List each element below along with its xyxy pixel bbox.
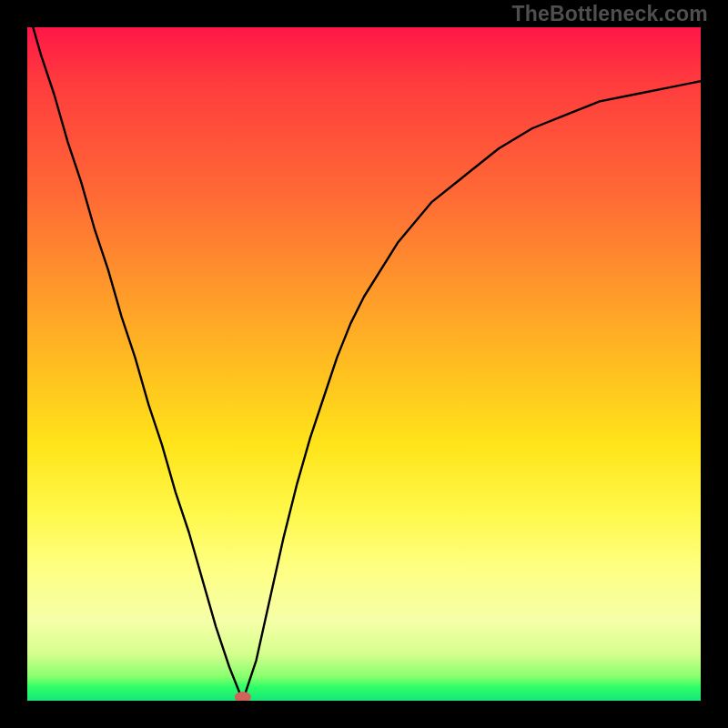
chart-frame: TheBottleneck.com	[0, 0, 728, 728]
min-point-marker	[235, 692, 251, 701]
chart-svg	[27, 27, 701, 701]
watermark-label: TheBottleneck.com	[511, 2, 708, 26]
bottleneck-curve	[27, 27, 701, 701]
plot-area	[27, 27, 701, 701]
